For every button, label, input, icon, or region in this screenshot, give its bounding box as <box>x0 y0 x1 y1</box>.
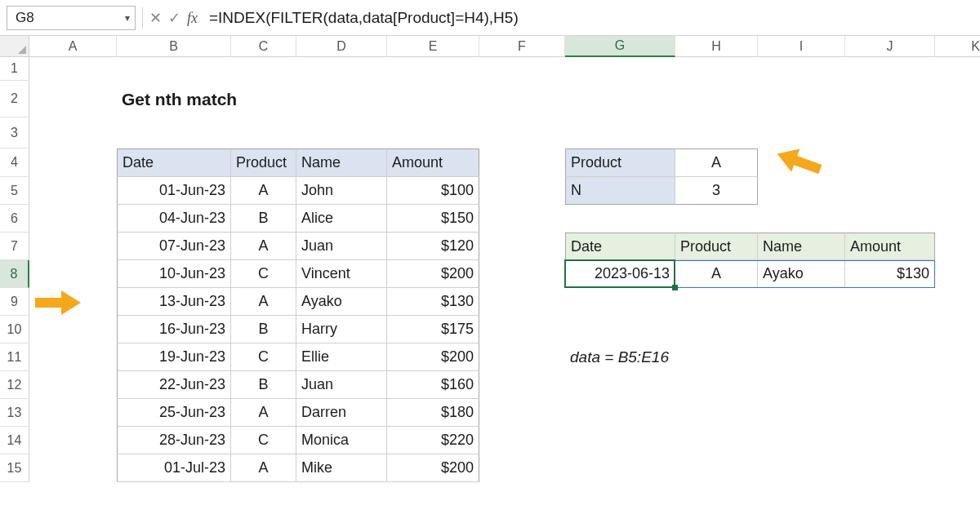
table-cell[interactable]: A <box>231 177 296 205</box>
table-cell[interactable]: C <box>231 427 296 454</box>
table-cell[interactable]: Juan <box>296 233 387 260</box>
footnote: data = B5:E16 <box>565 343 845 371</box>
table-cell[interactable]: Vincent <box>296 260 387 288</box>
table-cell[interactable]: 16-Jun-23 <box>117 316 231 343</box>
table-header[interactable]: Product <box>231 148 296 177</box>
row-header[interactable]: 4 <box>0 148 29 177</box>
row-header[interactable]: 7 <box>0 233 29 260</box>
table-cell[interactable]: $175 <box>387 316 479 343</box>
table-cell[interactable]: 01-Jul-23 <box>117 454 231 482</box>
column-header[interactable]: I <box>758 36 845 57</box>
table-cell[interactable]: $130 <box>387 288 479 316</box>
formula-input[interactable]: =INDEX(FILTER(data,data[Product]=H4),H5) <box>204 9 973 27</box>
table-cell[interactable]: $100 <box>387 177 479 205</box>
table-cell[interactable]: John <box>296 177 387 205</box>
table-cell[interactable]: A <box>231 454 296 482</box>
table-cell[interactable]: 28-Jun-23 <box>117 427 231 454</box>
table-cell[interactable]: 25-Jun-23 <box>117 399 231 427</box>
row-header[interactable]: 9 <box>0 288 29 316</box>
column-header[interactable]: C <box>231 36 296 57</box>
row-header[interactable]: 3 <box>0 117 29 148</box>
column-header[interactable]: E <box>387 36 479 57</box>
param-label[interactable]: N <box>565 177 675 205</box>
table-cell[interactable]: Ayako <box>296 288 387 316</box>
table-cell[interactable]: 19-Jun-23 <box>117 343 231 371</box>
fx-icon[interactable]: fx <box>187 11 198 25</box>
table-cell[interactable]: Mike <box>296 454 387 482</box>
table-cell[interactable]: $200 <box>387 454 479 482</box>
cancel-icon[interactable]: ✕ <box>149 11 162 25</box>
table-cell[interactable]: $180 <box>387 399 479 427</box>
table-cell[interactable]: 10-Jun-23 <box>117 260 231 288</box>
table-header[interactable]: Date <box>117 148 231 177</box>
result-header[interactable]: Date <box>565 233 675 260</box>
chevron-down-icon[interactable]: ▾ <box>125 12 130 24</box>
table-cell[interactable]: $120 <box>387 233 479 260</box>
row-header[interactable]: 8 <box>0 260 29 288</box>
name-box[interactable]: G8 ▾ <box>7 6 136 30</box>
table-cell[interactable]: C <box>231 260 296 288</box>
column-header[interactable]: A <box>29 36 117 57</box>
row-header[interactable]: 12 <box>0 371 29 399</box>
page-title: Get nth match <box>117 81 387 117</box>
enter-icon[interactable]: ✓ <box>168 11 180 25</box>
column-header[interactable]: H <box>675 36 758 57</box>
column-header[interactable]: K <box>935 36 980 57</box>
row-headers: 123456789101112131415 <box>0 57 29 482</box>
table-cell[interactable]: Juan <box>296 371 387 399</box>
table-cell[interactable]: $200 <box>387 260 479 288</box>
result-header[interactable]: Product <box>675 233 758 260</box>
table-cell[interactable]: $160 <box>387 371 479 399</box>
table-cell[interactable]: B <box>231 371 296 399</box>
row-header[interactable]: 11 <box>0 343 29 371</box>
table-cell[interactable]: B <box>231 316 296 343</box>
result-cell[interactable]: $130 <box>845 260 935 288</box>
select-all-corner[interactable] <box>0 36 29 57</box>
row-header[interactable]: 15 <box>0 454 29 482</box>
row-header[interactable]: 14 <box>0 427 29 454</box>
row-header[interactable]: 6 <box>0 205 29 233</box>
table-cell[interactable]: A <box>231 288 296 316</box>
row-header[interactable]: 1 <box>0 57 29 81</box>
table-header[interactable]: Name <box>296 148 387 177</box>
row-header[interactable]: 2 <box>0 81 29 117</box>
result-cell[interactable]: Ayako <box>758 260 845 288</box>
table-cell[interactable]: Monica <box>296 427 387 454</box>
table-cell[interactable]: $200 <box>387 343 479 371</box>
formula-bar: G8 ▾ ✕ ✓ fx =INDEX(FILTER(data,data[Prod… <box>0 0 980 36</box>
param-value[interactable]: 3 <box>675 177 758 205</box>
result-cell[interactable]: A <box>675 260 758 288</box>
name-box-value: G8 <box>16 10 34 26</box>
column-header[interactable]: B <box>117 36 231 57</box>
divider <box>142 7 143 29</box>
table-cell[interactable]: A <box>231 233 296 260</box>
table-cell[interactable]: 04-Jun-23 <box>117 205 231 233</box>
column-header[interactable]: F <box>479 36 565 57</box>
result-header[interactable]: Amount <box>845 233 935 260</box>
table-header[interactable]: Amount <box>387 148 479 177</box>
table-cell[interactable]: Darren <box>296 399 387 427</box>
table-cell[interactable]: 13-Jun-23 <box>117 288 231 316</box>
column-header[interactable]: G <box>565 36 675 57</box>
table-cell[interactable]: Ellie <box>296 343 387 371</box>
row-header[interactable]: 5 <box>0 177 29 205</box>
column-header[interactable]: J <box>845 36 935 57</box>
table-cell[interactable]: Harry <box>296 316 387 343</box>
column-headers: ABCDEFGHIJK <box>29 36 980 57</box>
result-header[interactable]: Name <box>758 233 845 260</box>
row-header[interactable]: 10 <box>0 316 29 343</box>
table-cell[interactable]: $220 <box>387 427 479 454</box>
table-cell[interactable]: 22-Jun-23 <box>117 371 231 399</box>
column-header[interactable]: D <box>296 36 387 57</box>
result-cell[interactable]: 2023-06-13 <box>565 260 675 288</box>
param-value[interactable]: A <box>675 148 758 177</box>
table-cell[interactable]: 01-Jun-23 <box>117 177 231 205</box>
table-cell[interactable]: A <box>231 399 296 427</box>
row-header[interactable]: 13 <box>0 399 29 427</box>
table-cell[interactable]: C <box>231 343 296 371</box>
table-cell[interactable]: 07-Jun-23 <box>117 233 231 260</box>
param-label[interactable]: Product <box>565 148 675 177</box>
table-cell[interactable]: Alice <box>296 205 387 233</box>
table-cell[interactable]: B <box>231 205 296 233</box>
table-cell[interactable]: $150 <box>387 205 479 233</box>
